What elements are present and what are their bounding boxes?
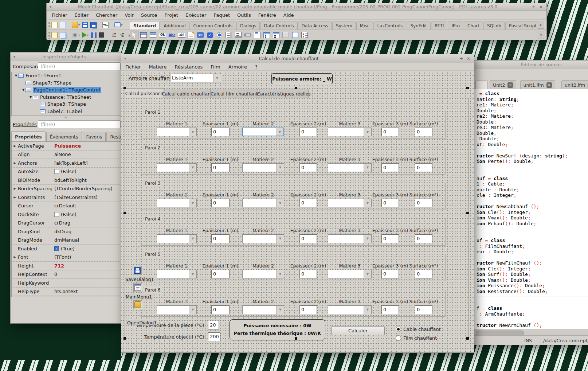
tree-item-shape3[interactable]: Shape3: TShape <box>12 101 121 108</box>
tbutton-palette-button[interactable]: Ok <box>158 31 167 39</box>
property-value[interactable]: 0 <box>52 270 121 279</box>
radio-cable-chauffant[interactable]: Cable chauffant <box>396 327 441 332</box>
selection-handle[interactable] <box>466 337 469 340</box>
paroi1-surface-m-input[interactable]: 0 <box>415 128 432 136</box>
window-menu-icon[interactable]: ▾ <box>11 55 18 59</box>
property-value[interactable]: bdLeftToRight <box>52 176 121 184</box>
chevron-down-icon[interactable]: ▼ <box>276 164 284 172</box>
new-unit-button[interactable] <box>50 20 59 30</box>
chevron-down-icon[interactable]: ▼ <box>189 270 196 278</box>
inspector-title-bar[interactable]: ▾ Inspecteur d'objets − <box>11 52 121 61</box>
selection-handle[interactable] <box>466 87 469 89</box>
paroi2-matiere-2-combobox[interactable]: ▼ <box>242 163 284 172</box>
expand-arrow-icon[interactable]: ▶ <box>12 255 18 259</box>
palette-tab-synedit[interactable]: SynEdit <box>407 22 431 30</box>
paroi2-matiere-1-combobox[interactable]: ▼ <box>157 163 197 172</box>
property-row-dragmode[interactable]: DragModedmManual <box>12 236 121 245</box>
paroi4-matiere-2-combobox[interactable]: ▼ <box>242 234 284 243</box>
tgroupbox-palette-button[interactable] <box>253 31 262 39</box>
scrollbar-thumb[interactable] <box>476 331 524 335</box>
chevron-down-icon[interactable]: ▼ <box>276 306 284 314</box>
form-menu-item-item-5[interactable]: ? <box>251 63 262 70</box>
chevron-down-icon[interactable]: ▼ <box>364 128 371 136</box>
properties-filter-input[interactable] <box>38 120 121 128</box>
property-row-height[interactable]: Height712 <box>12 262 121 270</box>
paroi1-matiere-3-combobox[interactable]: ▼ <box>328 128 372 136</box>
paroi2-epaisseur-2-m-input[interactable]: 0 <box>299 163 317 172</box>
main-menu-component[interactable] <box>133 283 142 292</box>
paroi2-epaisseur-1-m-input[interactable]: 0 <box>211 163 230 172</box>
expand-arrow-icon[interactable]: ▶ <box>12 196 18 199</box>
property-row-docksite[interactable]: DockSite(False) <box>12 210 121 219</box>
chevron-down-icon[interactable]: ▼ <box>364 270 371 278</box>
property-value[interactable]: (False) <box>52 210 121 219</box>
selection-handle[interactable] <box>124 212 126 214</box>
component-tree[interactable]: ▼Form1: TForm1Shape7: TShape▼PageControl… <box>11 72 121 116</box>
paroi3-matiere-1-combobox[interactable]: ▼ <box>157 199 197 207</box>
checkbox-checked-icon[interactable]: ✓ <box>54 246 59 251</box>
property-row-enabled[interactable]: Enabled✓(True) <box>12 245 121 253</box>
run-button[interactable]: ▾ <box>81 30 90 40</box>
chevron-down-icon[interactable]: ▼ <box>364 164 371 172</box>
chevron-down-icon[interactable]: ▼ <box>276 199 284 207</box>
code-editor[interactable]: = classnation: String;re1: Matiere;Doubl… <box>474 89 588 331</box>
palette-tab-dialogs[interactable]: Dialogs <box>236 22 260 30</box>
paroi6-surface-m-input[interactable]: 0 <box>415 305 432 314</box>
property-row-helptype[interactable]: HelpTypehtContext <box>12 288 121 296</box>
tlabel-palette-button[interactable]: Abc <box>168 31 176 39</box>
toggle-form-unit-button[interactable] <box>101 20 110 30</box>
palette-scroll-right-icon[interactable]: ▸ <box>538 21 544 29</box>
property-row-bidimode[interactable]: BiDiModebdLeftToRight <box>12 176 121 185</box>
maximize-button[interactable]: + <box>531 4 536 9</box>
chevron-down-icon[interactable]: ▼ <box>189 128 196 136</box>
build-button[interactable]: ▾ <box>71 30 81 40</box>
paroi3-matiere-2-combobox[interactable]: ▼ <box>242 199 284 207</box>
paroi6-epaisseur-1-m-input[interactable]: 0 <box>211 305 230 314</box>
paroi2-surface-m-input[interactable]: 0 <box>415 163 432 172</box>
chevron-down-icon[interactable]: ▼ <box>276 235 284 243</box>
window-menu-icon[interactable]: ▾ <box>121 56 129 60</box>
palette-tab-system[interactable]: System <box>332 22 356 30</box>
property-value[interactable]: (TFont) <box>52 253 121 262</box>
form-menu-item-r-sistances[interactable]: Résistances <box>170 63 207 70</box>
property-row-constraints[interactable]: ▶Constraints(TSizeConstraints) <box>12 193 121 202</box>
selection-handle[interactable] <box>295 337 297 340</box>
tree-item-label7[interactable]: Label7: TLabel <box>12 108 121 115</box>
pause-button[interactable] <box>90 30 98 40</box>
chevron-down-icon[interactable]: ▼ <box>276 270 284 278</box>
window-menu-icon[interactable]: ▾ <box>47 5 54 9</box>
paroi4-surface-m-input[interactable]: 0 <box>415 234 432 243</box>
tedit-palette-button[interactable]: abI <box>177 31 186 39</box>
property-row-dragkind[interactable]: DragKinddkDrag <box>12 227 121 236</box>
expand-arrow-icon[interactable]: ▼ <box>28 95 33 99</box>
tradiobutton-palette-button[interactable] <box>215 31 224 39</box>
tframe-palette-button[interactable] <box>291 31 299 39</box>
menu-item-ex-cuter[interactable]: Exécuter <box>182 11 210 19</box>
ttogglebox-palette-button[interactable]: on <box>196 31 205 39</box>
expand-arrow-icon[interactable]: ▶ <box>12 187 18 190</box>
minimize-button[interactable]: − <box>524 4 529 9</box>
property-row-activepage[interactable]: ▶ActivePagePuissance <box>12 142 121 151</box>
palette-tab-pascal-script[interactable]: Pascal Script <box>505 22 540 30</box>
property-value[interactable]: dmManual <box>52 236 121 245</box>
minimize-button[interactable]: − <box>113 54 118 59</box>
splitter-handle[interactable]: ⋯ <box>11 116 121 119</box>
tradiogroup-palette-button[interactable] <box>262 31 271 39</box>
expand-arrow-icon[interactable]: ▼ <box>21 88 26 91</box>
inspector-tab-favoris[interactable]: Favoris <box>83 132 106 141</box>
tree-item-pagecontrol1[interactable]: ▼PageControl1: TPageControl <box>12 86 121 94</box>
tcombobox-palette-button[interactable] <box>234 31 243 39</box>
form-menu-item-armoire[interactable]: Armoire <box>224 63 251 70</box>
menu-item-fichier[interactable]: Fichier <box>48 11 71 19</box>
property-row-borderspacing[interactable]: ▶BorderSpacing(TControlBorderSpacing) <box>12 185 121 194</box>
chevron-down-icon[interactable]: ▼ <box>364 306 371 314</box>
form-menu-item-film[interactable]: Film <box>207 63 224 70</box>
property-value[interactable]: ✓(True) <box>52 245 121 253</box>
palette-tab-data-controls[interactable]: Data Controls <box>260 22 297 30</box>
property-value[interactable]: alNone <box>52 151 121 159</box>
form-menu-item-fichier[interactable]: Fichier <box>121 63 145 70</box>
property-value[interactable]: (False) <box>52 168 121 176</box>
radio-film-chauffant[interactable]: Film chauffant <box>396 335 437 341</box>
close-button[interactable]: × <box>538 4 544 9</box>
property-value[interactable]: htContext <box>52 288 121 296</box>
